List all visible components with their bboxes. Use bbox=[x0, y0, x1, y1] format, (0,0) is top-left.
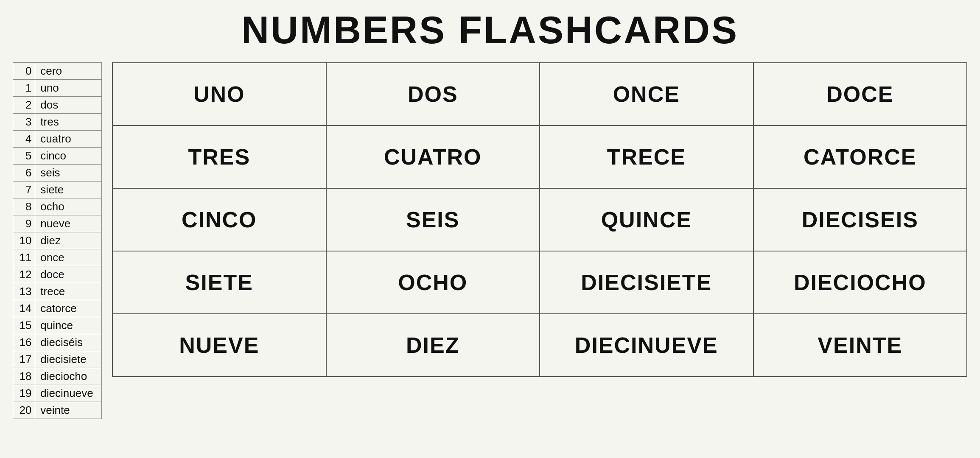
list-item: 14catorce bbox=[13, 300, 102, 317]
list-item: 20veinte bbox=[13, 402, 102, 419]
flashcard-cell: CINCO bbox=[112, 188, 326, 251]
ref-number: 14 bbox=[13, 300, 35, 317]
flashcard-cell: QUINCE bbox=[540, 188, 753, 251]
ref-number: 10 bbox=[13, 232, 35, 249]
ref-number: 9 bbox=[13, 215, 35, 232]
flashcard-cell: SEIS bbox=[326, 188, 540, 251]
list-item: 16dieciséis bbox=[13, 334, 102, 351]
flashcard-cell: UNO bbox=[112, 63, 326, 126]
ref-word: doce bbox=[35, 266, 102, 283]
ref-word: dos bbox=[35, 97, 102, 114]
ref-number: 16 bbox=[13, 334, 35, 351]
table-row: TRESCUATROTRECECATORCE bbox=[112, 126, 967, 188]
list-item: 19diecinueve bbox=[13, 385, 102, 402]
list-item: 5cinco bbox=[13, 148, 102, 165]
flashcard-cell: TRES bbox=[112, 126, 326, 188]
list-item: 11once bbox=[13, 249, 102, 266]
table-row: SIETEOCHODIECISIETEDIECIOCHO bbox=[112, 251, 967, 314]
flashcard-cell: SIETE bbox=[112, 251, 326, 314]
ref-word: diecisiete bbox=[35, 351, 102, 368]
flashcard-cell: DIECIOCHO bbox=[753, 251, 967, 314]
list-item: 15quince bbox=[13, 317, 102, 334]
reference-table: 0cero1uno2dos3tres4cuatro5cinco6seis7sie… bbox=[13, 62, 102, 419]
flashcard-cell: VEINTE bbox=[753, 314, 967, 377]
main-content: 0cero1uno2dos3tres4cuatro5cinco6seis7sie… bbox=[13, 62, 967, 419]
table-row: CINCOSEISQUINCEDIECISEIS bbox=[112, 188, 967, 251]
ref-number: 5 bbox=[13, 148, 35, 165]
ref-word: cero bbox=[35, 63, 102, 80]
ref-word: quince bbox=[35, 317, 102, 334]
ref-number: 20 bbox=[13, 402, 35, 419]
list-item: 6seis bbox=[13, 165, 102, 182]
flashcard-cell: DIECISEIS bbox=[753, 188, 967, 251]
ref-word: cuatro bbox=[35, 131, 102, 148]
ref-number: 17 bbox=[13, 351, 35, 368]
ref-number: 4 bbox=[13, 131, 35, 148]
ref-word: dieciocho bbox=[35, 368, 102, 385]
page-title: NUMBERS FLASHCARDS bbox=[13, 8, 967, 52]
ref-word: siete bbox=[35, 182, 102, 198]
ref-word: diez bbox=[35, 232, 102, 249]
list-item: 17diecisiete bbox=[13, 351, 102, 368]
flashcard-cell: DOCE bbox=[753, 63, 967, 126]
ref-word: ocho bbox=[35, 198, 102, 215]
ref-word: catorce bbox=[35, 300, 102, 317]
list-item: 13trece bbox=[13, 283, 102, 300]
flashcard-cell: DIEZ bbox=[326, 314, 540, 377]
list-item: 10diez bbox=[13, 232, 102, 249]
ref-word: nueve bbox=[35, 215, 102, 232]
table-row: UNODOSONCEDOCE bbox=[112, 63, 967, 126]
list-item: 3tres bbox=[13, 114, 102, 131]
ref-word: once bbox=[35, 249, 102, 266]
list-item: 1uno bbox=[13, 80, 102, 97]
ref-number: 7 bbox=[13, 182, 35, 198]
flashcard-cell: DIECINUEVE bbox=[540, 314, 753, 377]
ref-word: trece bbox=[35, 283, 102, 300]
ref-number: 2 bbox=[13, 97, 35, 114]
list-item: 0cero bbox=[13, 63, 102, 80]
list-item: 8ocho bbox=[13, 198, 102, 215]
ref-word: uno bbox=[35, 80, 102, 97]
ref-word: dieciséis bbox=[35, 334, 102, 351]
ref-number: 8 bbox=[13, 198, 35, 215]
flashcard-cell: DIECISIETE bbox=[540, 251, 753, 314]
ref-number: 13 bbox=[13, 283, 35, 300]
list-item: 2dos bbox=[13, 97, 102, 114]
list-item: 4cuatro bbox=[13, 131, 102, 148]
flashcard-cell: OCHO bbox=[326, 251, 540, 314]
list-item: 12doce bbox=[13, 266, 102, 283]
ref-word: tres bbox=[35, 114, 102, 131]
ref-number: 0 bbox=[13, 63, 35, 80]
ref-number: 11 bbox=[13, 249, 35, 266]
ref-number: 6 bbox=[13, 165, 35, 182]
list-item: 9nueve bbox=[13, 215, 102, 232]
flashcard-cell: CATORCE bbox=[753, 126, 967, 188]
flashcard-cell: TRECE bbox=[540, 126, 753, 188]
ref-number: 3 bbox=[13, 114, 35, 131]
flashcard-cell: CUATRO bbox=[326, 126, 540, 188]
flashcard-cell: ONCE bbox=[540, 63, 753, 126]
ref-word: seis bbox=[35, 165, 102, 182]
ref-word: veinte bbox=[35, 402, 102, 419]
list-item: 7siete bbox=[13, 182, 102, 198]
ref-number: 12 bbox=[13, 266, 35, 283]
flashcard-cell: DOS bbox=[326, 63, 540, 126]
ref-word: diecinueve bbox=[35, 385, 102, 402]
ref-number: 15 bbox=[13, 317, 35, 334]
ref-number: 1 bbox=[13, 80, 35, 97]
table-row: NUEVEDIEZDIECINUEVEVEINTE bbox=[112, 314, 967, 377]
flashcard-grid: UNODOSONCEDOCETRESCUATROTRECECATORCECINC… bbox=[112, 62, 967, 377]
list-item: 18dieciocho bbox=[13, 368, 102, 385]
ref-number: 18 bbox=[13, 368, 35, 385]
flashcard-cell: NUEVE bbox=[112, 314, 326, 377]
ref-number: 19 bbox=[13, 385, 35, 402]
ref-word: cinco bbox=[35, 148, 102, 165]
